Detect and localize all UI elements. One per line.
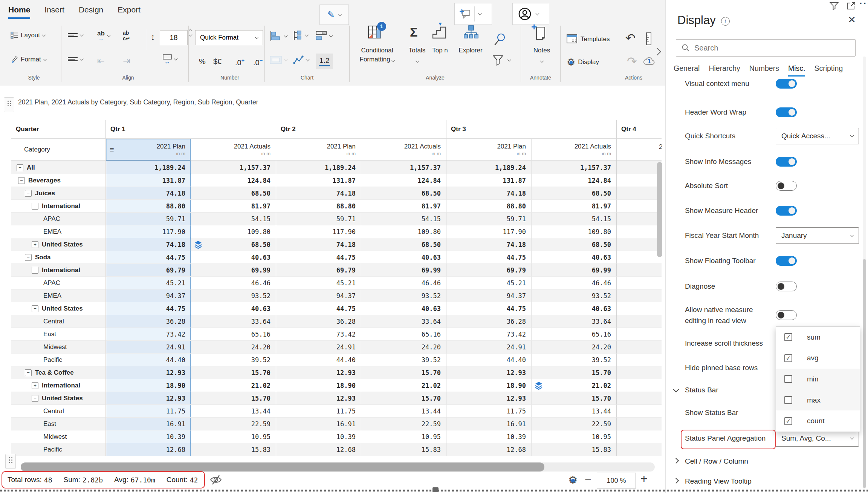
quarter-group-header[interactable]: Qtr 3: [446, 120, 616, 139]
plan-value-cell[interactable]: 131.87: [446, 174, 531, 187]
expand-expand-icon[interactable]: +: [32, 382, 38, 389]
ribbon-tab-home[interactable]: Home: [8, 5, 30, 19]
row-label-cell[interactable]: −Juices: [11, 187, 105, 200]
actuals-value-cell[interactable]: 40.63: [361, 302, 446, 315]
actuals-value-cell[interactable]: 46.46: [191, 277, 276, 289]
actuals-value-cell[interactable]: 39.52: [531, 354, 616, 366]
plan-value-cell[interactable]: 73.42: [276, 328, 361, 341]
plan-value-cell[interactable]: 94.37: [105, 289, 191, 302]
actuals-value-cell[interactable]: 24.20: [361, 341, 446, 354]
row-label-cell[interactable]: −Beverages: [11, 174, 105, 187]
plan-value-cell[interactable]: 74.18: [446, 187, 531, 200]
zoom-level-input[interactable]: 100 %: [597, 473, 636, 488]
horizontal-align-button[interactable]: [68, 57, 83, 62]
plan-value-cell[interactable]: 10.39: [446, 430, 531, 443]
plan-value-cell[interactable]: 12.68: [276, 443, 361, 456]
toggle-on[interactable]: [776, 107, 797, 117]
plan-value-cell[interactable]: 117.90: [276, 225, 361, 238]
actuals-value-cell[interactable]: 13.44: [191, 405, 276, 418]
actuals-value-cell[interactable]: 46.46: [531, 277, 616, 289]
info-icon[interactable]: i: [721, 17, 730, 26]
row-label-cell[interactable]: −All: [11, 161, 105, 174]
ribbon-tab-design[interactable]: Design: [79, 5, 103, 19]
row-label-cell[interactable]: −International: [11, 200, 105, 213]
display-button[interactable]: ⚙ Display: [567, 57, 599, 67]
undo-button[interactable]: ↶: [625, 31, 636, 45]
horizontal-scrollbar-thumb[interactable]: [21, 462, 544, 472]
cloud-sync-button[interactable]: 1: [643, 56, 656, 66]
indent-increase-button[interactable]: ⇥: [123, 56, 130, 66]
quick-format-select[interactable]: Quick Format: [195, 30, 263, 45]
actuals-value-cell[interactable]: 40.63: [191, 302, 276, 315]
plan-value-cell[interactable]: 74.18: [276, 238, 361, 251]
plan-value-cell[interactable]: 1,189.24: [446, 161, 531, 174]
actuals-value-cell[interactable]: 93.52: [531, 289, 616, 302]
actuals-value-cell[interactable]: 39.52: [191, 354, 276, 366]
actuals-value-cell[interactable]: 124.84: [361, 174, 446, 187]
bar-chart-button[interactable]: [270, 31, 287, 41]
actuals-value-cell[interactable]: 81.97: [531, 200, 616, 213]
settings-button[interactable]: ⚙: [568, 475, 578, 485]
plan-value-cell[interactable]: 45.21: [276, 277, 361, 289]
aggregation-option-count[interactable]: ✓count: [776, 410, 860, 432]
more-options-icon[interactable]: ···: [859, 0, 868, 9]
panel-tab-scripting[interactable]: Scripting: [814, 64, 843, 77]
plan-value-cell[interactable]: 1,189.24: [276, 161, 361, 174]
plan-value-cell[interactable]: 88.80: [105, 200, 191, 213]
top-n-button[interactable]: ▼: [432, 24, 448, 39]
select-fiscal-year-start-month[interactable]: January: [776, 227, 859, 244]
row-label-cell[interactable]: −Soda: [11, 251, 105, 264]
actuals-value-cell[interactable]: 40.63: [531, 251, 616, 264]
actuals-value-cell[interactable]: 15.70: [531, 392, 616, 405]
resize-handle[interactable]: [432, 487, 439, 492]
close-icon[interactable]: ×: [848, 13, 856, 26]
account-button[interactable]: [512, 3, 549, 25]
search-input[interactable]: Search: [676, 39, 856, 57]
actuals-value-cell[interactable]: 81.97: [361, 200, 446, 213]
plan-value-cell[interactable]: 10.39: [105, 430, 191, 443]
actuals-value-cell[interactable]: 10.95: [191, 430, 276, 443]
plan-value-cell[interactable]: 59.71: [105, 213, 191, 225]
checkbox-checked[interactable]: ✓: [784, 417, 792, 425]
panel-tab-general[interactable]: General: [674, 64, 700, 77]
plan-value-cell[interactable]: 59.71: [276, 213, 361, 225]
actuals-value-cell[interactable]: 109.80: [531, 225, 616, 238]
actuals-value-cell[interactable]: 65.16: [361, 328, 446, 341]
panel-tab-misc[interactable]: Misc.: [788, 64, 805, 77]
actuals-value-cell[interactable]: 13.44: [361, 405, 446, 418]
actuals-value-cell[interactable]: 40.63: [361, 251, 446, 264]
expand-collapse-icon[interactable]: −: [25, 190, 32, 197]
actuals-value-cell[interactable]: 40.63: [191, 251, 276, 264]
plan-value-cell[interactable]: 24.91: [105, 341, 191, 354]
plan-value-cell[interactable]: 131.87: [105, 174, 191, 187]
actuals-value-cell[interactable]: 21.02: [191, 379, 276, 392]
templates-button[interactable]: Templates: [567, 34, 610, 44]
plan-value-cell[interactable]: 12.93: [276, 392, 361, 405]
currency-format-button[interactable]: $€: [213, 57, 222, 66]
row-label-cell[interactable]: −United States: [11, 392, 105, 405]
actuals-value-cell[interactable]: 65.16: [191, 328, 276, 341]
ruler-icon[interactable]: [645, 32, 653, 45]
actuals-value-cell[interactable]: 21.02: [361, 379, 446, 392]
focus-mode-icon[interactable]: [847, 2, 856, 10]
actuals-value-cell[interactable]: 21.02: [531, 379, 616, 392]
plan-value-cell[interactable]: 117.90: [446, 225, 531, 238]
actuals-value-cell[interactable]: 15.83: [531, 443, 616, 456]
plan-value-cell[interactable]: 88.80: [276, 200, 361, 213]
plan-value-cell[interactable]: 73.42: [105, 328, 191, 341]
plan-value-cell[interactable]: 12.93: [276, 366, 361, 379]
decrease-decimals-button[interactable]: .0−: [253, 57, 263, 67]
actuals-value-cell[interactable]: 54.15: [531, 213, 616, 225]
actuals-value-cell[interactable]: 40.63: [531, 302, 616, 315]
vertical-align-button[interactable]: [68, 32, 83, 38]
conditional-formatting-button[interactable]: 1: [367, 24, 383, 40]
plan-value-cell[interactable]: 74.18: [276, 187, 361, 200]
actuals-value-cell[interactable]: 124.84: [531, 174, 616, 187]
plan-value-cell[interactable]: 44.75: [276, 251, 361, 264]
plan-value-cell[interactable]: 12.68: [105, 443, 191, 456]
row-label-cell[interactable]: +International: [11, 379, 105, 392]
plan-value-cell[interactable]: 69.79: [446, 264, 531, 277]
plan-value-cell[interactable]: 74.18: [446, 238, 531, 251]
toggle-on[interactable]: [776, 79, 797, 89]
actuals-value-cell[interactable]: 93.52: [361, 289, 446, 302]
